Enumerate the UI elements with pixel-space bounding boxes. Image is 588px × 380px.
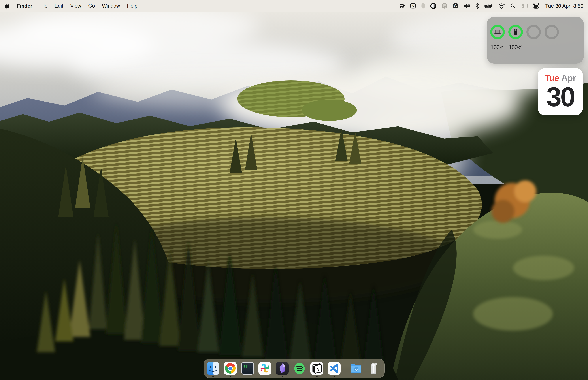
volume-icon[interactable] bbox=[463, 2, 470, 9]
dock-item-notion[interactable]: N bbox=[310, 362, 323, 375]
desktop: Finder File Edit View Go Window Help N bbox=[0, 0, 588, 380]
calendar-day: 30 bbox=[538, 83, 583, 111]
dock-divider bbox=[345, 362, 345, 375]
dock-item-spotify[interactable] bbox=[293, 362, 306, 375]
dock-item-terminal[interactable]: $ bbox=[241, 362, 254, 375]
menu-app-name[interactable]: Finder bbox=[17, 3, 32, 9]
battery-ring-empty-1 bbox=[525, 25, 543, 51]
menu-clock[interactable]: Tue 30 Apr 8:50 bbox=[545, 3, 583, 9]
globe-icon[interactable] bbox=[441, 2, 448, 9]
downloads-folder-icon bbox=[350, 362, 363, 375]
mouse-battery-icon[interactable] bbox=[421, 2, 425, 9]
battery-widget[interactable]: 100% 100% bbox=[487, 17, 584, 63]
calendar-month: Apr bbox=[561, 73, 576, 83]
menu-view[interactable]: View bbox=[70, 3, 81, 9]
spotlight-icon[interactable] bbox=[510, 2, 516, 9]
vscode-icon bbox=[328, 362, 341, 375]
mouse-icon bbox=[513, 29, 518, 35]
dock-item-vscode[interactable] bbox=[328, 362, 341, 375]
notion-menu-icon[interactable]: N bbox=[410, 2, 416, 9]
battery-ring-empty-2 bbox=[543, 25, 561, 51]
dock-item-chrome[interactable] bbox=[224, 362, 237, 375]
spotify-icon bbox=[293, 362, 306, 375]
menu-go[interactable]: Go bbox=[88, 3, 95, 9]
svg-text:$: $ bbox=[244, 364, 245, 368]
battery-percent-mouse: 100% bbox=[509, 44, 523, 51]
battery-percent-laptop: 100% bbox=[491, 44, 505, 51]
menu-file[interactable]: File bbox=[39, 3, 47, 9]
svg-text:N: N bbox=[316, 367, 320, 373]
apple-menu-icon[interactable] bbox=[5, 3, 10, 9]
svg-text:S: S bbox=[454, 4, 457, 8]
calendar-weekday: Tue bbox=[545, 73, 559, 83]
dock: $ bbox=[204, 359, 385, 378]
dock-item-obsidian[interactable] bbox=[276, 362, 289, 375]
svg-text:N: N bbox=[412, 4, 414, 8]
calendar-widget[interactable]: Tue Apr 30 bbox=[538, 68, 583, 115]
dock-item-trash[interactable] bbox=[367, 362, 380, 375]
menu-help[interactable]: Help bbox=[127, 3, 137, 9]
menu-window[interactable]: Window bbox=[102, 3, 120, 9]
chrome-icon bbox=[224, 362, 237, 375]
diagonal-stripes-app-icon[interactable] bbox=[399, 2, 405, 9]
dock-item-slack[interactable] bbox=[259, 362, 271, 375]
notion-icon: N bbox=[310, 362, 323, 375]
control-center-icon[interactable] bbox=[532, 2, 540, 9]
bluetooth-icon[interactable] bbox=[475, 2, 480, 9]
battery-ring-mouse: 100% bbox=[507, 25, 525, 51]
dock-item-downloads[interactable] bbox=[350, 362, 363, 375]
trash-full-icon bbox=[367, 362, 380, 375]
laptop-icon bbox=[494, 29, 501, 35]
battery-ring-laptop: 100% bbox=[489, 25, 507, 51]
slack-icon bbox=[259, 362, 271, 375]
menu-edit[interactable]: Edit bbox=[55, 3, 63, 9]
stage-manager-icon[interactable] bbox=[521, 2, 528, 9]
finder-icon bbox=[207, 362, 219, 375]
s-app-icon[interactable]: S bbox=[452, 2, 459, 9]
menu-bar: Finder File Edit View Go Window Help N bbox=[0, 0, 588, 12]
dock-item-finder[interactable] bbox=[207, 362, 219, 375]
terminal-icon: $ bbox=[241, 362, 254, 375]
audio-waveform-icon[interactable] bbox=[430, 2, 437, 9]
wifi-icon[interactable] bbox=[498, 2, 505, 9]
obsidian-icon bbox=[276, 362, 289, 375]
battery-charging-icon[interactable] bbox=[484, 2, 493, 9]
